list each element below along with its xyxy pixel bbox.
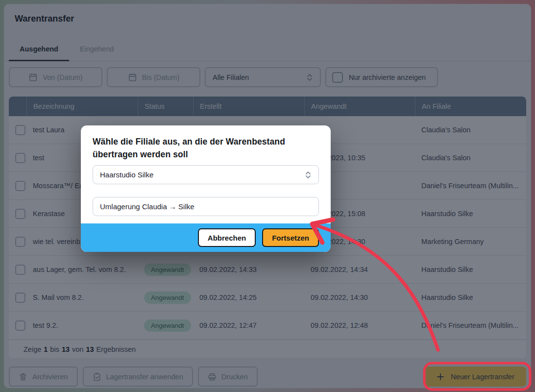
target-branch-value: Haarstudio Silke [100,171,153,179]
chevron-updown-icon [305,171,312,179]
transfer-name-input[interactable] [93,197,319,216]
modal-footer: Abbrechen Fortsetzen [81,223,331,252]
modal-title: Wähle die Filiale aus, an die der Warenb… [93,135,319,161]
continue-button[interactable]: Fortsetzen [262,228,319,247]
target-branch-select[interactable]: Haarstudio Silke [93,165,319,184]
branch-select-modal: Wähle die Filiale aus, an die der Warenb… [81,125,331,252]
modal-body: Wähle die Filiale aus, an die der Warenb… [81,125,331,223]
cancel-button[interactable]: Abbrechen [198,228,256,247]
